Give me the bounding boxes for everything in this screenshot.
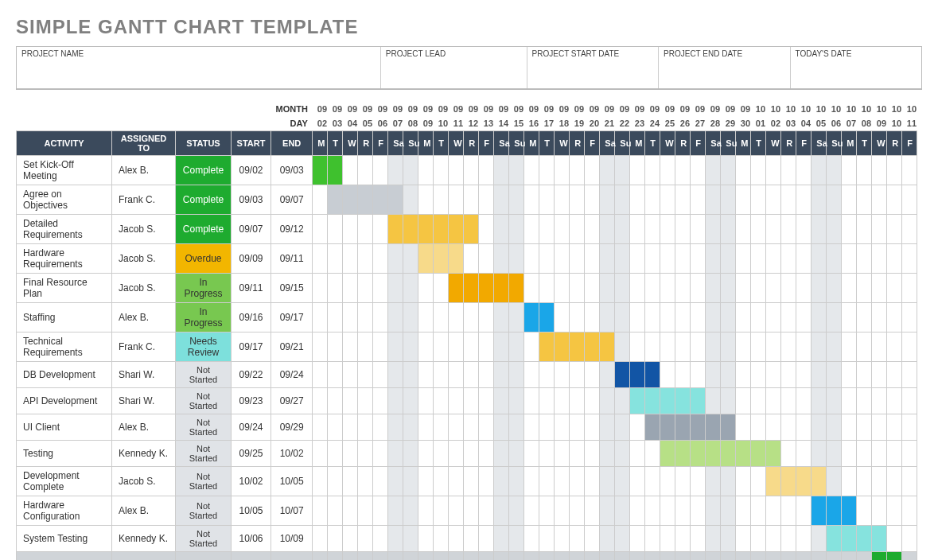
gantt-cell: [615, 302, 630, 332]
gantt-cell: [343, 185, 358, 214]
gantt-cell: [645, 414, 660, 440]
gantt-cell: [403, 214, 418, 243]
task-status[interactable]: Not Started: [176, 466, 232, 496]
gantt-cell: [343, 273, 358, 302]
gantt-cell: [313, 214, 328, 243]
gantt-cell: [812, 496, 827, 525]
gantt-cell: [449, 185, 464, 214]
gantt-cell: [524, 387, 539, 414]
gantt-cell: [812, 185, 827, 214]
task-row: System TestingKennedy K.Not Started10/06…: [17, 525, 917, 551]
gantt-cell: [706, 214, 721, 243]
task-row: Hardware RequirementsJacob S.Overdue09/0…: [17, 243, 917, 273]
gantt-cell: [766, 387, 781, 414]
task-status[interactable]: Not Started: [176, 496, 232, 525]
month-cell: 09: [736, 102, 751, 116]
gantt-cell: [570, 185, 585, 214]
task-status[interactable]: Not Started: [176, 361, 232, 387]
gantt-cell: [449, 466, 464, 496]
gantt-cell: [600, 551, 615, 560]
day-cell: 24: [645, 116, 660, 130]
gantt-cell: [328, 525, 343, 551]
task-status[interactable]: In Progress: [176, 273, 232, 302]
gantt-cell: [434, 387, 449, 414]
task-assigned: Jacob S.: [112, 466, 176, 496]
gantt-cell: [902, 387, 917, 414]
task-status[interactable]: Complete: [176, 214, 232, 243]
gantt-cell: [555, 361, 570, 387]
gantt-cell: [600, 387, 615, 414]
gantt-cell: [675, 414, 691, 440]
gantt-cell: [887, 332, 902, 361]
dow-cell: W: [449, 130, 464, 155]
gantt-cell: [600, 243, 615, 273]
month-cell: 09: [555, 102, 570, 116]
project-name-field[interactable]: PROJECT NAME: [17, 47, 381, 88]
gantt-cell: [313, 155, 328, 185]
gantt-cell: [585, 243, 600, 273]
gantt-cell: [539, 332, 555, 361]
dow-cell: R: [570, 130, 585, 155]
gantt-cell: [691, 466, 706, 496]
project-lead-field[interactable]: PROJECT LEAD: [381, 47, 527, 88]
gantt-cell: [403, 440, 418, 466]
gantt-cell: [660, 273, 675, 302]
gantt-cell: [358, 214, 373, 243]
gantt-cell: [781, 414, 796, 440]
gantt-cell: [570, 551, 585, 560]
task-status[interactable]: Needs Review: [176, 332, 232, 361]
gantt-cell: [358, 551, 373, 560]
gantt-cell: [615, 273, 630, 302]
task-start: 09/22: [232, 361, 271, 387]
gantt-cell: [902, 302, 917, 332]
gantt-cell: [418, 551, 434, 560]
gantt-cell: [494, 332, 509, 361]
gantt-cell: [434, 273, 449, 302]
gantt-cell: [887, 551, 902, 560]
task-assigned: Jacob S.: [112, 273, 176, 302]
task-status[interactable]: Overdue: [176, 243, 232, 273]
task-activity: Set Kick-Off Meeting: [17, 155, 112, 185]
gantt-cell: [539, 414, 555, 440]
todays-date-field[interactable]: TODAY'S DATE: [791, 47, 921, 88]
gantt-cell: [570, 387, 585, 414]
gantt-cell: [403, 332, 418, 361]
gantt-cell: [857, 214, 872, 243]
task-status[interactable]: Not Started: [176, 525, 232, 551]
gantt-cell: [812, 387, 827, 414]
task-activity: LAUNCH: [17, 551, 112, 560]
gantt-cell: [418, 440, 434, 466]
gantt-cell: [736, 273, 751, 302]
task-assigned: Alex B.: [112, 302, 176, 332]
month-cell: 09: [509, 102, 524, 116]
task-status[interactable]: Complete: [176, 155, 232, 185]
task-status[interactable]: Not Started: [176, 387, 232, 414]
task-status[interactable]: In Progress: [176, 302, 232, 332]
gantt-cell: [494, 273, 509, 302]
day-cell: 08: [857, 116, 872, 130]
task-status[interactable]: Not Started: [176, 440, 232, 466]
task-status[interactable]: [176, 551, 232, 560]
gantt-cell: [524, 243, 539, 273]
project-start-date-field[interactable]: PROJECT START DATE: [527, 47, 659, 88]
day-cell: 10: [887, 116, 902, 130]
task-assigned: Kennedy K.: [112, 525, 176, 551]
gantt-cell: [418, 155, 434, 185]
gantt-cell: [328, 273, 343, 302]
task-status[interactable]: Complete: [176, 185, 232, 214]
gantt-cell: [388, 155, 403, 185]
gantt-cell: [630, 466, 645, 496]
gantt-cell: [494, 185, 509, 214]
gantt-cell: [373, 332, 388, 361]
task-status[interactable]: Not Started: [176, 414, 232, 440]
day-cell: 19: [570, 116, 585, 130]
gantt-cell: [751, 214, 766, 243]
gantt-cell: [766, 466, 781, 496]
gantt-cell: [509, 440, 524, 466]
gantt-cell: [902, 496, 917, 525]
task-assigned: Shari W.: [112, 387, 176, 414]
gantt-cell: [555, 185, 570, 214]
gantt-cell: [872, 332, 887, 361]
project-end-date-field[interactable]: PROJECT END DATE: [659, 47, 790, 88]
dow-cell: F: [902, 130, 917, 155]
